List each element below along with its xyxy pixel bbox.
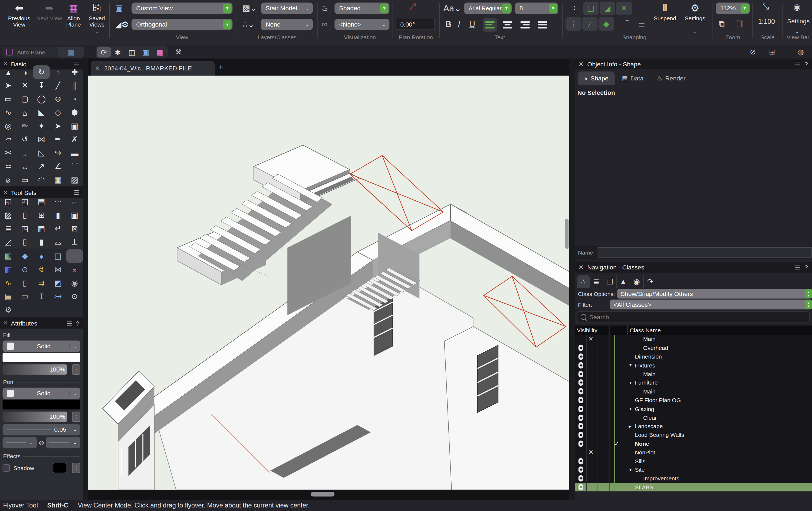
vertical-scrollbar[interactable] bbox=[565, 219, 569, 249]
auto-plane-icon[interactable]: ▣ bbox=[58, 47, 84, 57]
visibility-x-icon[interactable]: ✕ bbox=[588, 449, 593, 456]
rotate-tool[interactable]: ↺ bbox=[17, 133, 33, 146]
curved-ramp-tool[interactable]: ◿ bbox=[0, 235, 17, 249]
visibility-eye-icon[interactable] bbox=[579, 458, 583, 464]
eyedropper-tool[interactable]: ✏ bbox=[17, 119, 33, 133]
intersection-snap-button[interactable]: ✕ bbox=[616, 2, 632, 15]
center-axis-mode-button[interactable]: ✱ bbox=[111, 47, 125, 57]
arc-tool[interactable]: ◔ bbox=[66, 92, 83, 106]
protractor-tool[interactable]: ◠ bbox=[33, 173, 50, 187]
italic-button[interactable]: I bbox=[458, 20, 460, 29]
text-format-icon[interactable]: Aa⌄ bbox=[443, 3, 461, 14]
freehand-tool[interactable]: ∿ bbox=[0, 106, 17, 119]
grid-plane-mode-button[interactable]: ▦ bbox=[153, 47, 167, 57]
ruler-tools[interactable]: ▭ bbox=[17, 290, 33, 303]
class-row-main[interactable]: Main bbox=[575, 387, 812, 396]
grid-snap-button[interactable]: ⁘ bbox=[567, 2, 582, 15]
wand-tool[interactable]: ✦ bbox=[33, 119, 50, 133]
shadow-color-swatch[interactable] bbox=[53, 463, 66, 473]
saved-views-button[interactable]: ⎘ Saved Views bbox=[86, 3, 108, 28]
shadow-menu-icon[interactable]: ⋮ bbox=[72, 463, 80, 473]
chamfer-tool[interactable]: ◺ bbox=[33, 146, 50, 160]
disclosure-open-icon[interactable]: ▼ bbox=[629, 381, 632, 384]
class-search-field[interactable]: Search bbox=[577, 312, 810, 322]
align-right-button[interactable] bbox=[518, 18, 532, 32]
diameter-dimension-tool[interactable]: ⌀ bbox=[0, 173, 17, 187]
panel-tools[interactable]: ▯ bbox=[17, 276, 33, 290]
wall-tool[interactable]: ▤ bbox=[33, 195, 50, 209]
marker-style-dropdown[interactable]: ⌄ bbox=[46, 437, 80, 448]
class-row-main[interactable]: ✕Main bbox=[575, 335, 812, 343]
fill-color-bar[interactable] bbox=[3, 353, 80, 362]
hvac-tools[interactable]: ⇉ bbox=[33, 276, 50, 290]
tape-measure-tool[interactable]: ▭ bbox=[17, 173, 33, 187]
visibility-eye-icon[interactable] bbox=[579, 423, 583, 429]
pen-style-dropdown[interactable]: Solid ⌄ bbox=[3, 388, 80, 399]
send-to-surface-tool[interactable]: ↧ bbox=[33, 79, 50, 92]
window-tool[interactable]: ⊞ bbox=[33, 208, 50, 222]
dimension-tool[interactable]: ↔ bbox=[17, 160, 33, 173]
visibility-eye-icon[interactable] bbox=[579, 475, 583, 482]
space-tool[interactable]: ▣ bbox=[66, 208, 83, 222]
align-plane-button[interactable]: ▦ Align Plane bbox=[61, 3, 86, 28]
disclosure-closed-icon[interactable]: ▶ bbox=[629, 424, 631, 428]
plan-rotation-field[interactable]: 0.00° bbox=[396, 19, 435, 30]
double-line-tool[interactable]: ∥ bbox=[66, 79, 83, 92]
ramp-tool[interactable]: ◳ bbox=[17, 222, 33, 235]
underline-button[interactable]: U bbox=[469, 20, 475, 29]
zoom-dropdown[interactable]: 112% ▾ bbox=[716, 3, 750, 14]
object-snap-button[interactable]: ▢ bbox=[583, 2, 599, 15]
irrigation-tools[interactable]: ◆ bbox=[17, 249, 33, 263]
font-dropdown[interactable]: Arial Regular ▾ bbox=[464, 3, 512, 14]
snapping-settings-button[interactable]: ⚙ Settings bbox=[682, 3, 708, 21]
paint-roller-tool[interactable]: ▨ bbox=[66, 173, 83, 187]
tab-data[interactable]: ▤Data bbox=[616, 72, 650, 85]
align-center-button[interactable] bbox=[500, 18, 515, 32]
help-icon[interactable]: ? bbox=[805, 60, 808, 68]
gis-tools[interactable]: ● bbox=[33, 249, 50, 263]
class-row-improvements[interactable]: Improvements bbox=[575, 474, 812, 483]
class-row-fixtures[interactable]: ▼Fixtures bbox=[575, 361, 812, 370]
visibility-eye-icon[interactable] bbox=[579, 380, 583, 386]
view-mode-dropdown[interactable]: Custom View ▾ bbox=[132, 3, 232, 14]
tool-preferences-icon[interactable]: ⚒ bbox=[175, 48, 181, 56]
column-tool[interactable]: ▯ bbox=[17, 235, 33, 249]
snapping-settings-chevron-icon[interactable]: ⌄ bbox=[693, 29, 697, 35]
class-row-nonplot[interactable]: ✕NonPlot bbox=[575, 448, 812, 457]
suspend-snapping-button[interactable]: ‖ Suspend bbox=[651, 3, 678, 21]
wall-join-tool[interactable]: ▨ bbox=[0, 208, 17, 222]
visibility-eye-icon[interactable] bbox=[579, 353, 583, 359]
viewbar-chevron-icon[interactable]: ⌄ bbox=[795, 28, 799, 34]
pen-opacity-slider[interactable]: 100% bbox=[3, 412, 67, 422]
building-shell-tools[interactable]: ⌂ bbox=[66, 249, 83, 263]
fill-style-dropdown[interactable]: Solid ⌄ bbox=[3, 341, 80, 352]
visibility-eye-icon[interactable] bbox=[579, 414, 583, 421]
reshape-tool[interactable]: ▱ bbox=[0, 133, 17, 146]
render-mode-dropdown[interactable]: Shaded ▾ bbox=[335, 3, 389, 14]
smart-point-snap-button[interactable]: ⋮ bbox=[566, 17, 581, 31]
object-cube-mode-button[interactable]: ◫ bbox=[125, 47, 139, 57]
viewbar-settings-button[interactable]: Settings bbox=[787, 18, 810, 25]
scale-value[interactable]: 1:100 bbox=[758, 18, 775, 25]
fastener-tools[interactable]: ⊙ bbox=[66, 290, 83, 303]
visibility-eye-icon[interactable] bbox=[579, 440, 583, 447]
references-nav-icon[interactable]: ↷ bbox=[644, 275, 657, 288]
layers-icon[interactable]: ▩⌄ bbox=[242, 3, 257, 13]
visibility-eye-icon[interactable] bbox=[579, 397, 583, 403]
render-style-dropdown[interactable]: <None> ⌄ bbox=[335, 19, 389, 30]
tangent-snap-button[interactable]: ◆ bbox=[599, 17, 614, 31]
visibility-eye-icon[interactable] bbox=[579, 432, 583, 438]
trim-tool[interactable]: ✗ bbox=[66, 133, 83, 146]
class-row-landscape[interactable]: ▶Landscape bbox=[575, 422, 812, 431]
class-row-slabs[interactable]: SLABS bbox=[575, 483, 812, 491]
star-polygon-tool[interactable]: ◇ bbox=[50, 106, 66, 119]
menu-icon[interactable]: ☰ bbox=[66, 320, 72, 327]
stair-tool[interactable]: ≣ bbox=[0, 222, 17, 235]
shear-tool[interactable]: ✒ bbox=[50, 133, 66, 146]
visibility-eye-icon[interactable] bbox=[579, 484, 583, 490]
name-input[interactable] bbox=[598, 247, 812, 258]
mirror-tool[interactable]: ⋈ bbox=[33, 133, 50, 146]
baluster-tool[interactable]: ⊥ bbox=[66, 235, 83, 249]
line-weight-dropdown[interactable]: 0.05 ⌄ bbox=[3, 424, 80, 435]
classes-icon[interactable]: ∴⌄ bbox=[242, 20, 255, 29]
